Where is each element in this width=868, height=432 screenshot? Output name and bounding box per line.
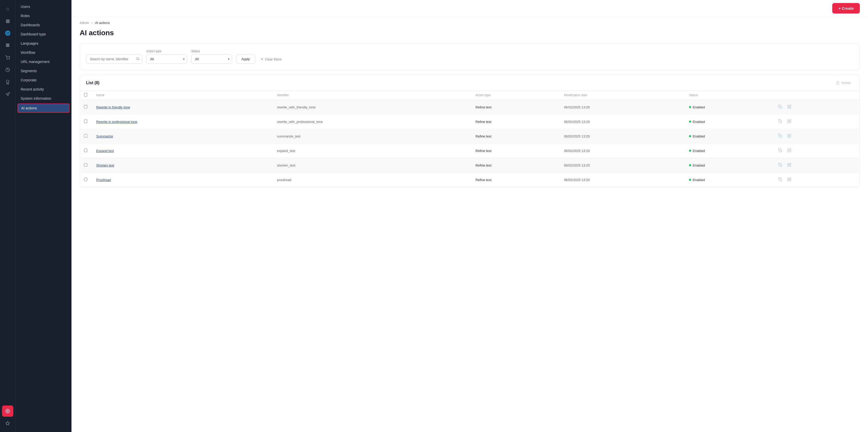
content-area: Action type All Refine text ▾ Status All… [71, 43, 868, 432]
sidebar-icon-settings[interactable] [2, 405, 13, 417]
cell-actions-1 [773, 114, 860, 129]
clear-filters-x-icon: ✕ [260, 57, 264, 61]
action-name-link-2[interactable]: Summarize [96, 134, 113, 138]
cell-status-5: Enabled [685, 173, 773, 187]
edit-icon-2[interactable] [786, 133, 793, 140]
action-type-select[interactable]: All Refine text [146, 55, 187, 64]
breadcrumb-current: AI actions [95, 21, 110, 25]
row-checkbox-1[interactable] [84, 120, 87, 123]
sidebar-item-corporate[interactable]: Corporate [16, 75, 71, 85]
svg-rect-16 [780, 179, 782, 181]
page-title: AI actions [80, 29, 860, 37]
sidebar-icon-globe[interactable]: 🌐 [2, 28, 13, 39]
action-name-link-3[interactable]: Expand text [96, 149, 114, 153]
breadcrumb: Admin > AI actions [71, 17, 868, 27]
sidebar-item-url-management[interactable]: URL management [16, 57, 71, 66]
cell-name-2: Summarize [92, 129, 273, 143]
svg-rect-14 [780, 150, 782, 152]
sidebar-item-segments[interactable]: Segments [16, 66, 71, 75]
copy-icon-2[interactable] [777, 133, 783, 140]
nav-sidebar: Users Roles Dashboards Dashboard type La… [15, 0, 71, 432]
copy-icon-3[interactable] [777, 147, 783, 154]
action-name-link-1[interactable]: Rewrite in professional tone [96, 120, 137, 124]
status-select[interactable]: All Enabled Disabled [191, 55, 232, 64]
sidebar-icon-grid[interactable]: ▦ [2, 15, 13, 27]
svg-rect-11 [780, 106, 782, 108]
cell-modification-date-4: 06/02/2025 13:20 [560, 158, 685, 173]
icon-sidebar: ⌂ ▦ 🌐 [0, 0, 15, 432]
edit-icon-0[interactable] [786, 103, 793, 111]
page-header: AI actions [71, 27, 868, 43]
cell-action-type-3: Refine text [471, 143, 560, 158]
table-title: List (8) [86, 80, 99, 85]
svg-rect-15 [780, 164, 782, 167]
copy-icon-1[interactable] [777, 118, 783, 125]
edit-icon-3[interactable] [786, 147, 793, 154]
sidebar-icon-badge[interactable] [2, 76, 13, 88]
table-row: Rewrite in professional tone rewrite_wit… [80, 114, 860, 129]
status-text-0: Enabled [692, 105, 705, 109]
status-dot-2 [689, 135, 691, 137]
cell-identifier-1: rewrite_with_professional_tone [273, 114, 471, 129]
cell-action-type-1: Refine text [471, 114, 560, 129]
copy-icon-4[interactable] [777, 162, 783, 169]
table-row: Rewrite in friendly tone rewrite_with_fr… [80, 100, 860, 114]
breadcrumb-separator: > [91, 21, 93, 25]
status-text-3: Enabled [692, 149, 705, 153]
table-card: List (8) Delete Name Identifier Action t… [80, 75, 860, 188]
status-dot-3 [689, 150, 691, 152]
sidebar-item-roles[interactable]: Roles [16, 11, 71, 21]
edit-icon-4[interactable] [786, 162, 793, 169]
action-name-link-4[interactable]: Shorten text [96, 163, 114, 167]
select-all-checkbox[interactable] [84, 93, 87, 96]
status-dot-4 [689, 164, 691, 166]
row-checkbox-3[interactable] [84, 149, 87, 152]
edit-icon-1[interactable] [786, 118, 793, 125]
sidebar-icon-contacts[interactable] [2, 40, 13, 51]
cell-status-2: Enabled [685, 129, 773, 143]
table-row: Expand text expand_text Refine text 06/0… [80, 143, 860, 158]
sidebar-item-system-information[interactable]: System information [16, 94, 71, 103]
action-name-link-5[interactable]: Proofread [96, 178, 111, 182]
col-status: Status [685, 91, 773, 100]
sidebar-icon-star[interactable] [2, 418, 13, 429]
sidebar-item-ai-actions[interactable]: AI actions [18, 103, 69, 113]
clear-filters-button[interactable]: ✕ Clear filters [259, 55, 283, 64]
row-checkbox-4[interactable] [84, 163, 87, 167]
cell-identifier-4: shorten_text [273, 158, 471, 173]
copy-icon-5[interactable] [777, 176, 783, 184]
breadcrumb-parent[interactable]: Admin [80, 21, 89, 25]
edit-icon-5[interactable] [786, 176, 793, 184]
cell-name-1: Rewrite in professional tone [92, 114, 273, 129]
action-name-link-0[interactable]: Rewrite in friendly tone [96, 105, 130, 109]
sidebar-item-recent-activity[interactable]: Recent activity [16, 85, 71, 94]
search-input[interactable] [86, 55, 142, 64]
sidebar-item-dashboard-type[interactable]: Dashboard type [16, 30, 71, 39]
cell-identifier-2: summarize_text [273, 129, 471, 143]
sidebar-icon-cart[interactable] [2, 52, 13, 63]
svg-point-4 [9, 59, 9, 60]
sidebar-icon-megaphone[interactable] [2, 89, 13, 100]
sidebar-item-dashboards[interactable]: Dashboards [16, 21, 71, 30]
row-checkbox-0[interactable] [84, 105, 87, 108]
sidebar-item-languages[interactable]: Languages [16, 39, 71, 48]
cell-actions-4 [773, 158, 860, 173]
sidebar-item-users[interactable]: Users [16, 2, 71, 11]
sidebar-icon-home[interactable]: ⌂ [2, 3, 13, 14]
col-name: Name [92, 91, 273, 100]
delete-button[interactable]: Delete [834, 79, 854, 86]
sidebar-icon-analytics[interactable] [2, 64, 13, 75]
cell-name-3: Expand text [92, 143, 273, 158]
svg-rect-1 [6, 45, 9, 46]
svg-marker-8 [6, 422, 10, 425]
col-identifier: Identifier [273, 91, 471, 100]
table-header-row: List (8) Delete [80, 75, 860, 90]
create-button[interactable]: + Create [832, 3, 860, 13]
row-checkbox-2[interactable] [84, 134, 87, 137]
sidebar-item-workflow[interactable]: Workflow [16, 48, 71, 57]
row-checkbox-5[interactable] [84, 178, 87, 181]
cell-action-type-2: Refine text [471, 129, 560, 143]
svg-rect-0 [6, 44, 9, 44]
copy-icon-0[interactable] [777, 103, 783, 111]
apply-button[interactable]: Apply [236, 55, 255, 64]
